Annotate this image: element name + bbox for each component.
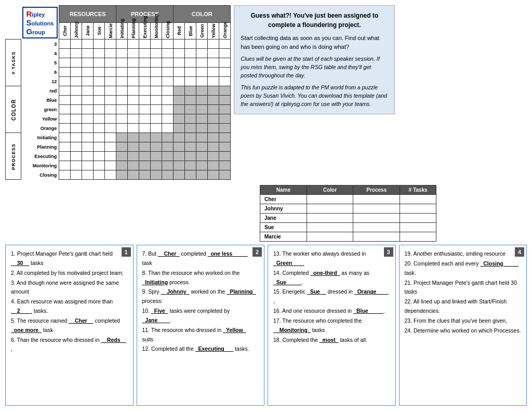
clue-line: 18. Completed the _most_ tasks of all. bbox=[273, 336, 390, 345]
clue-line: 7. But __Cher_ completed _one less_____ … bbox=[142, 249, 259, 268]
col-green: Green bbox=[196, 22, 208, 39]
table-row: 6 bbox=[6, 68, 231, 77]
row-label-3: 3 bbox=[21, 39, 59, 49]
clue-line: 20. Completed each and every _Closing___… bbox=[405, 259, 522, 278]
table-row: Closing bbox=[6, 170, 231, 180]
clue-number-2: 2 bbox=[252, 247, 262, 257]
info-title: Guess what?! You've just been assigned t… bbox=[241, 11, 388, 30]
answer-table-header-row: Name Color Process # Tasks bbox=[260, 185, 436, 195]
col-red: Red bbox=[174, 22, 185, 39]
resources-header: Resources bbox=[59, 6, 116, 23]
col-jane: Jane bbox=[82, 22, 94, 39]
row-label-planning: Planning bbox=[21, 142, 59, 152]
color-header: Color bbox=[174, 6, 231, 23]
row-label-executing: Executing bbox=[21, 152, 59, 161]
clue-line: 14. Completed _one-third_ as many as _Su… bbox=[273, 269, 390, 287]
row-label-yellow: Yellow bbox=[21, 114, 59, 124]
col-blue: Blue bbox=[185, 22, 196, 39]
row-label-initiating: Initiating bbox=[21, 133, 59, 142]
table-row: Jane bbox=[260, 214, 436, 223]
table-row: Executing bbox=[6, 152, 231, 161]
info-para1: Start collecting data as soon as you can… bbox=[241, 34, 388, 51]
row-label-4: 4 bbox=[21, 49, 59, 58]
clue-number-1: 1 bbox=[122, 247, 131, 257]
col-closing: Closing bbox=[162, 22, 174, 39]
table-row: green bbox=[6, 105, 231, 114]
clue-line: 16. And one resource dressed in _Blue___… bbox=[273, 307, 390, 316]
clue-line: 22. All lined up and linked with Start/F… bbox=[405, 297, 522, 316]
col-initiating: Initiating bbox=[116, 22, 128, 39]
clue-number-3: 3 bbox=[384, 247, 393, 257]
table-row: 12 bbox=[6, 77, 231, 86]
col-planning: Planning bbox=[128, 22, 139, 39]
clue-line: 23. From the clues that you've been give… bbox=[405, 316, 522, 326]
clue-line: 17. The resource who completed the __Mon… bbox=[273, 316, 390, 335]
color-section-label: Color bbox=[6, 86, 21, 133]
table-row: Monitoring bbox=[6, 161, 231, 170]
process-section-label: Process bbox=[6, 133, 21, 180]
answer-table: Name Color Process # Tasks Cher Johnny bbox=[260, 185, 436, 242]
row-label-monitoring: Monitoring bbox=[21, 161, 59, 170]
main-grid: Ripley Solutions Group Resources Process… bbox=[5, 5, 231, 180]
clue-box-2: 2 7. But __Cher_ completed _one less____… bbox=[137, 245, 265, 406]
info-para3: This fun puzzle is adapted to the PM wor… bbox=[241, 84, 388, 108]
answer-col-name: Name bbox=[260, 185, 307, 195]
top-section: Ripley Solutions Group Resources Process… bbox=[5, 5, 527, 180]
row-label-green: green bbox=[21, 105, 59, 114]
clue-box-1: 1 1. Project Manager Pete's gantt chart … bbox=[5, 245, 134, 406]
table-row: Johnny bbox=[260, 204, 436, 214]
clue-line: 2. All completed by his motivated projec… bbox=[11, 269, 128, 278]
table-row: Process Initiating bbox=[6, 133, 231, 142]
table-row: Blue bbox=[6, 96, 231, 105]
answer-name-johnny: Johnny bbox=[260, 204, 307, 214]
table-row: Orange bbox=[6, 124, 231, 133]
clue-line: 6. Than the resource who dressed in __Re… bbox=[11, 336, 128, 354]
row-label-blue: Blue bbox=[21, 96, 59, 105]
col-johnny: Johnny bbox=[71, 22, 82, 39]
answer-name-jane: Jane bbox=[260, 214, 307, 223]
clue-box-3: 3 13. The worker who always dressed in _… bbox=[268, 245, 396, 406]
row-label-6: 6 bbox=[21, 68, 59, 77]
col-orange: Orange bbox=[219, 22, 231, 39]
clue-line: 10. _Five_ tasks were completed by _Jane… bbox=[142, 307, 259, 325]
clue-line: 19. Another enthusiastic, smiling resour… bbox=[405, 249, 522, 259]
answer-col-tasks: # Tasks bbox=[400, 185, 436, 195]
answer-col-process: Process bbox=[353, 185, 400, 195]
puzzle-area: Ripley Solutions Group Resources Process… bbox=[5, 5, 231, 180]
middle-area: Name Color Process # Tasks Cher Johnny bbox=[5, 183, 527, 242]
table-row: Cher bbox=[260, 195, 436, 204]
row-label-5: 5 bbox=[21, 58, 59, 68]
answer-name-cher: Cher bbox=[260, 195, 307, 204]
clue-line: 12. Completed all the _Executing___ task… bbox=[142, 344, 259, 354]
clue-line: 4. Each resource was assigned more than … bbox=[11, 297, 128, 316]
row-label-closing: Closing bbox=[21, 170, 59, 180]
col-monitoring: Monitoring bbox=[151, 22, 162, 39]
clues-section: 1 1. Project Manager Pete's gantt chart … bbox=[5, 245, 527, 406]
answer-name-marcie: Marcie bbox=[260, 232, 307, 242]
row-label-red: red bbox=[21, 86, 59, 96]
table-row: 5 bbox=[6, 58, 231, 68]
clue-line: 9. Spry __Johnny_ worked on the _Plannin… bbox=[142, 287, 259, 306]
clue-box-4: 4 19. Another enthusiastic, smiling reso… bbox=[399, 245, 527, 406]
col-cher: Cher bbox=[59, 22, 71, 39]
answer-name-sue: Sue bbox=[260, 223, 307, 232]
clue-line: 3. And though none were assigned the sam… bbox=[11, 279, 128, 297]
info-para2: Clues will be given at the start of each… bbox=[241, 55, 388, 79]
table-row: Yellow bbox=[6, 114, 231, 124]
clue-line: 8. Than the resource who worked on the _… bbox=[142, 269, 259, 287]
answer-table-container: Name Color Process # Tasks Cher Johnny bbox=[260, 185, 436, 242]
row-label-orange: Orange bbox=[21, 124, 59, 133]
table-row: 4 bbox=[6, 49, 231, 58]
page: Ripley Solutions Group Resources Process… bbox=[0, 0, 532, 411]
clue-line: 21. Project Manager Pete's gantt chart h… bbox=[405, 279, 522, 297]
table-row: Marcie bbox=[260, 232, 436, 242]
info-box: Guess what?! You've just been assigned t… bbox=[234, 5, 395, 114]
tasks-section-label: # Tasks bbox=[6, 39, 21, 86]
answer-col-color: Color bbox=[307, 185, 353, 195]
clue-line: 1. Project Manager Pete's gantt chart he… bbox=[11, 249, 128, 268]
row-label-12: 12 bbox=[21, 77, 59, 86]
clue-line: 5. The resource named __Cher__ completed… bbox=[11, 316, 128, 335]
table-row: Sue bbox=[260, 223, 436, 232]
clue-line: 11. The resource who dressed in _Yellow_… bbox=[142, 326, 259, 344]
logo: Ripley Solutions Group bbox=[22, 7, 58, 38]
